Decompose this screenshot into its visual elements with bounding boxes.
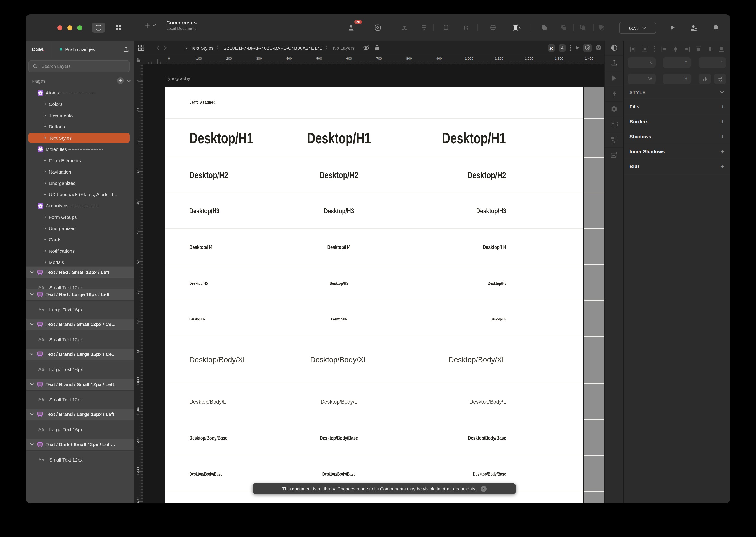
insert-image-button[interactable] [605, 147, 623, 163]
layer-frame-row[interactable]: Text / Red / Small 12px / Left [26, 267, 134, 278]
sidebar-page-item[interactable]: ↳ Cards [26, 234, 134, 245]
sidebar-page-item[interactable]: ↳ Atoms ---------------------- [26, 87, 134, 99]
layer-text-row[interactable]: Aa Small Text 12px [26, 394, 134, 405]
layer-text-row[interactable]: Aa Large Text 16px [26, 424, 134, 435]
search-input[interactable]: Search Layers [28, 60, 130, 72]
distribute-horizontal-icon[interactable] [629, 46, 636, 52]
pages-grid-icon[interactable] [138, 44, 144, 51]
contrast-button[interactable] [605, 41, 623, 56]
align-right-icon[interactable] [684, 46, 690, 52]
layer-frame-row[interactable]: Text / Red / Large 16px / Left [26, 289, 134, 301]
add-page-button[interactable]: + [117, 77, 124, 84]
align-middle-vertical-icon[interactable] [707, 46, 713, 52]
component-chevron-button[interactable] [513, 23, 521, 32]
style-section-row[interactable]: Borders + [623, 114, 730, 129]
sidebar-page-item[interactable]: ↳ Unorganized [26, 223, 134, 234]
present-button[interactable] [668, 23, 676, 32]
canvas-viewport[interactable]: Typography Left Aligned Desktop/H1 Deskt… [143, 64, 604, 503]
add-style-icon[interactable]: + [721, 103, 724, 110]
layer-frame-row[interactable]: Text / Brand / Small 12px / Left [26, 379, 134, 391]
width-field[interactable]: W [628, 74, 656, 84]
style-section-row[interactable]: Shadows + [623, 129, 730, 144]
sidebar-page-item[interactable]: ↳ Unorganized [26, 178, 134, 189]
kebab-menu-icon[interactable] [569, 45, 571, 51]
sidebar-page-item[interactable]: ↳ Notifications [26, 245, 134, 257]
x-position-field[interactable]: X [628, 58, 656, 68]
collapse-pages-icon[interactable] [127, 80, 131, 83]
boolean-union-button[interactable] [540, 23, 548, 32]
forward-icon[interactable] [164, 45, 167, 50]
maximize-window-button[interactable] [77, 25, 82, 30]
flip-horizontal-button[interactable] [698, 74, 711, 84]
toast-close-button[interactable]: ✕ [481, 486, 487, 492]
settings-button[interactable] [605, 101, 623, 117]
sidebar-page-item[interactable]: ↳ UX Feedback (Status, Alerts, T... [26, 189, 134, 200]
sidebar-page-item[interactable]: ↳ Navigation [26, 166, 134, 178]
globe-button[interactable] [489, 23, 497, 32]
minimize-window-button[interactable] [67, 25, 72, 30]
style-section-row[interactable]: Inner Shadows + [623, 144, 730, 159]
preview-button[interactable] [605, 70, 623, 86]
grid-view-button[interactable] [112, 22, 125, 32]
sidebar-page-item[interactable]: ↳ Colors [26, 99, 134, 110]
gem-button[interactable] [374, 23, 382, 32]
zoom-level-dropdown[interactable]: 66% [619, 22, 656, 34]
boolean-exclude-button[interactable] [597, 23, 606, 32]
breadcrumb-page[interactable]: Text Styles [191, 45, 214, 50]
avatar-button[interactable] [347, 23, 355, 32]
layer-text-row[interactable]: Aa Small Text 12px [26, 454, 134, 465]
boolean-intersect-button[interactable] [579, 23, 587, 32]
sidebar-page-item[interactable]: ↳ Form Elements [26, 155, 134, 166]
align-top-icon[interactable] [696, 46, 701, 52]
style-section-header[interactable]: STYLE [623, 85, 730, 100]
sidebar-page-item[interactable]: ↳ Form Groups [26, 212, 134, 223]
eye-off-icon[interactable] [362, 44, 370, 51]
breadcrumb-frame-id[interactable]: 22E0E1F7-BFAF-462E-BAFE-C4B30A24E17B [224, 45, 323, 50]
align-bottom-icon[interactable] [719, 46, 724, 52]
close-window-button[interactable] [58, 25, 62, 30]
y-position-field[interactable]: Y [663, 58, 691, 68]
pull-button[interactable] [559, 44, 566, 51]
add-style-icon[interactable]: + [721, 133, 724, 140]
plugin-hexagon-button[interactable] [583, 44, 591, 52]
flip-vertical-button[interactable] [714, 74, 726, 84]
boolean-subtract-button[interactable] [560, 23, 568, 32]
kebab-menu-icon[interactable] [654, 46, 655, 52]
distribute-up-button[interactable] [400, 23, 409, 32]
nodes-button[interactable] [462, 23, 470, 32]
layer-frame-row[interactable]: Text / Dark / Small 12px / Left... [26, 439, 134, 451]
insert-menu[interactable] [144, 22, 156, 28]
lock-icon[interactable] [136, 57, 140, 62]
align-center-horizontal-icon[interactable] [672, 46, 678, 52]
r-script-button[interactable]: R [548, 44, 555, 51]
horizontal-ruler[interactable]: 01002003004005006007008009001,0001,1001,… [143, 55, 604, 64]
back-icon[interactable] [156, 45, 160, 50]
layer-frame-row[interactable]: Text / Brand / Large 16px / Left [26, 409, 134, 420]
add-style-icon[interactable]: + [721, 163, 724, 170]
frame-title[interactable]: Typography [165, 75, 190, 81]
layer-text-row[interactable]: Aa Large Text 16px [26, 364, 134, 375]
sidebar-page-item[interactable]: ↳ Text Styles [26, 133, 134, 144]
export-button[interactable] [605, 55, 623, 71]
typography-artboard[interactable]: Left Aligned Desktop/H1 Desktop/H1 Deskt… [165, 87, 583, 503]
canvas-view-button[interactable] [92, 22, 105, 32]
sidebar-page-item[interactable]: ↳ Organisms ------------------ [26, 200, 134, 212]
layer-text-row[interactable]: Aa Small Text 12px [26, 334, 134, 345]
vertical-ruler[interactable]: 01002003004005006007008009001,0001,1001,… [134, 64, 143, 503]
sidebar-page-item[interactable]: ↳ Treatments [26, 110, 134, 121]
layer-frame-row[interactable]: Text / Brand / Large 16px / Ce... [26, 349, 134, 360]
publish-button[interactable] [123, 46, 129, 53]
plugin-socket-icon[interactable] [595, 44, 602, 51]
dsm-plugin-button[interactable]: DSM. [26, 41, 51, 58]
distribute-vertical-icon[interactable] [641, 46, 648, 52]
layer-frame-row[interactable]: Text / Brand / Small 12px / Ce... [26, 319, 134, 330]
share-button[interactable] [690, 23, 698, 32]
adjacent-artboard[interactable] [584, 87, 604, 503]
swap-variants-button[interactable] [605, 132, 623, 148]
push-changes-button[interactable]: Push changes [51, 47, 123, 52]
frame-select-button[interactable] [442, 23, 450, 32]
lock-icon[interactable] [374, 44, 380, 51]
height-field[interactable]: H [663, 74, 691, 84]
add-style-icon[interactable]: + [721, 118, 724, 125]
sidebar-page-item[interactable]: ↳ Molecules ---------------------- [26, 144, 134, 155]
